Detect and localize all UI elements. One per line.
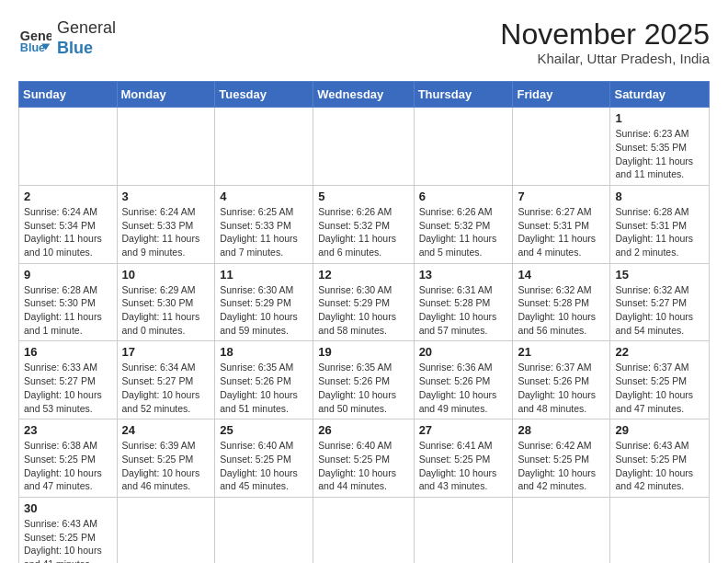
day-info: Sunrise: 6:31 AM Sunset: 5:28 PM Dayligh…	[419, 283, 508, 338]
calendar-cell: 29Sunrise: 6:43 AM Sunset: 5:25 PM Dayli…	[610, 419, 710, 498]
day-number: 17	[122, 345, 210, 359]
calendar-cell: 1Sunrise: 6:23 AM Sunset: 5:35 PM Daylig…	[610, 108, 710, 186]
day-info: Sunrise: 6:33 AM Sunset: 5:27 PM Dayligh…	[24, 361, 112, 415]
svg-text:General: General	[20, 28, 51, 42]
calendar-cell: 8Sunrise: 6:28 AM Sunset: 5:31 PM Daylig…	[610, 185, 710, 263]
calendar-cell: 16Sunrise: 6:33 AM Sunset: 5:27 PM Dayli…	[19, 341, 118, 419]
day-info: Sunrise: 6:24 AM Sunset: 5:33 PM Dayligh…	[122, 205, 210, 259]
day-info: Sunrise: 6:37 AM Sunset: 5:26 PM Dayligh…	[518, 361, 605, 415]
calendar-cell	[414, 108, 513, 186]
day-number: 4	[220, 190, 308, 203]
day-info: Sunrise: 6:27 AM Sunset: 5:31 PM Dayligh…	[518, 205, 605, 259]
day-info: Sunrise: 6:40 AM Sunset: 5:25 PM Dayligh…	[318, 439, 408, 493]
calendar-cell: 10Sunrise: 6:29 AM Sunset: 5:30 PM Dayli…	[117, 263, 215, 341]
week-row-3: 9Sunrise: 6:28 AM Sunset: 5:30 PM Daylig…	[19, 263, 710, 341]
calendar-cell: 19Sunrise: 6:35 AM Sunset: 5:26 PM Dayli…	[313, 341, 414, 419]
day-number: 28	[518, 423, 605, 437]
title-area: November 2025 Khailar, Uttar Pradesh, In…	[500, 18, 710, 66]
week-row-5: 23Sunrise: 6:38 AM Sunset: 5:25 PM Dayli…	[19, 419, 710, 498]
calendar-cell: 23Sunrise: 6:38 AM Sunset: 5:25 PM Dayli…	[19, 419, 118, 498]
calendar-cell: 30Sunrise: 6:43 AM Sunset: 5:25 PM Dayli…	[19, 497, 118, 563]
calendar-cell: 11Sunrise: 6:30 AM Sunset: 5:29 PM Dayli…	[215, 263, 313, 341]
calendar-cell: 17Sunrise: 6:34 AM Sunset: 5:27 PM Dayli…	[117, 341, 215, 419]
calendar-cell: 9Sunrise: 6:28 AM Sunset: 5:30 PM Daylig…	[19, 263, 118, 341]
weekday-header-row: SundayMondayTuesdayWednesdayThursdayFrid…	[19, 82, 710, 108]
calendar-cell	[414, 497, 513, 563]
day-info: Sunrise: 6:41 AM Sunset: 5:25 PM Dayligh…	[419, 439, 508, 493]
calendar-cell: 26Sunrise: 6:40 AM Sunset: 5:25 PM Dayli…	[313, 419, 414, 498]
header-wednesday: Wednesday	[313, 82, 414, 108]
day-info: Sunrise: 6:26 AM Sunset: 5:32 PM Dayligh…	[318, 205, 408, 259]
day-number: 7	[518, 190, 605, 203]
day-number: 2	[24, 190, 112, 203]
day-number: 26	[318, 423, 408, 437]
calendar-cell	[313, 108, 414, 186]
calendar-cell: 6Sunrise: 6:26 AM Sunset: 5:32 PM Daylig…	[414, 185, 513, 263]
day-info: Sunrise: 6:37 AM Sunset: 5:25 PM Dayligh…	[615, 361, 704, 415]
header-saturday: Saturday	[610, 82, 710, 108]
day-info: Sunrise: 6:28 AM Sunset: 5:30 PM Dayligh…	[24, 283, 112, 338]
logo-general: General	[57, 18, 116, 39]
day-number: 23	[24, 423, 112, 437]
day-number: 22	[615, 345, 704, 359]
day-info: Sunrise: 6:43 AM Sunset: 5:25 PM Dayligh…	[615, 439, 704, 493]
day-number: 16	[24, 345, 112, 359]
calendar-cell	[313, 497, 414, 563]
day-number: 21	[518, 345, 605, 359]
day-number: 14	[518, 268, 605, 282]
calendar-cell	[513, 108, 610, 186]
calendar-cell: 25Sunrise: 6:40 AM Sunset: 5:25 PM Dayli…	[215, 419, 313, 498]
day-info: Sunrise: 6:30 AM Sunset: 5:29 PM Dayligh…	[220, 283, 308, 338]
day-number: 29	[615, 423, 704, 437]
calendar-subtitle: Khailar, Uttar Pradesh, India	[500, 51, 710, 66]
day-number: 8	[615, 190, 704, 203]
calendar-cell: 5Sunrise: 6:26 AM Sunset: 5:32 PM Daylig…	[313, 185, 414, 263]
calendar-cell: 18Sunrise: 6:35 AM Sunset: 5:26 PM Dayli…	[215, 341, 313, 419]
day-info: Sunrise: 6:35 AM Sunset: 5:26 PM Dayligh…	[220, 361, 308, 415]
day-info: Sunrise: 6:28 AM Sunset: 5:31 PM Dayligh…	[615, 205, 704, 259]
calendar-cell: 27Sunrise: 6:41 AM Sunset: 5:25 PM Dayli…	[414, 419, 513, 498]
header: General Blue General Blue November 2025 …	[18, 18, 710, 66]
day-info: Sunrise: 6:39 AM Sunset: 5:25 PM Dayligh…	[122, 439, 210, 493]
calendar-table: SundayMondayTuesdayWednesdayThursdayFrid…	[18, 81, 710, 563]
day-info: Sunrise: 6:25 AM Sunset: 5:33 PM Dayligh…	[220, 205, 308, 259]
day-number: 3	[122, 190, 210, 203]
day-info: Sunrise: 6:32 AM Sunset: 5:28 PM Dayligh…	[518, 283, 605, 338]
day-info: Sunrise: 6:23 AM Sunset: 5:35 PM Dayligh…	[615, 127, 704, 181]
week-row-1: 1Sunrise: 6:23 AM Sunset: 5:35 PM Daylig…	[19, 108, 710, 186]
calendar-cell: 12Sunrise: 6:30 AM Sunset: 5:29 PM Dayli…	[313, 263, 414, 341]
header-monday: Monday	[117, 82, 215, 108]
calendar-cell	[215, 108, 313, 186]
day-info: Sunrise: 6:43 AM Sunset: 5:25 PM Dayligh…	[24, 517, 112, 563]
header-friday: Friday	[513, 82, 610, 108]
header-thursday: Thursday	[414, 82, 513, 108]
day-number: 25	[220, 423, 308, 437]
calendar-cell: 14Sunrise: 6:32 AM Sunset: 5:28 PM Dayli…	[513, 263, 610, 341]
calendar-cell: 2Sunrise: 6:24 AM Sunset: 5:34 PM Daylig…	[19, 185, 118, 263]
day-number: 5	[318, 190, 408, 203]
calendar-cell	[610, 497, 710, 563]
day-info: Sunrise: 6:24 AM Sunset: 5:34 PM Dayligh…	[24, 205, 112, 259]
day-info: Sunrise: 6:30 AM Sunset: 5:29 PM Dayligh…	[318, 283, 408, 338]
calendar-cell	[117, 108, 215, 186]
day-number: 1	[615, 111, 704, 125]
day-info: Sunrise: 6:35 AM Sunset: 5:26 PM Dayligh…	[318, 361, 408, 415]
calendar-cell: 20Sunrise: 6:36 AM Sunset: 5:26 PM Dayli…	[414, 341, 513, 419]
logo: General Blue General Blue	[18, 18, 116, 58]
day-number: 30	[24, 501, 112, 515]
calendar-cell: 22Sunrise: 6:37 AM Sunset: 5:25 PM Dayli…	[610, 341, 710, 419]
day-number: 19	[318, 345, 408, 359]
day-number: 12	[318, 268, 408, 282]
logo-icon: General Blue	[18, 22, 51, 55]
day-number: 27	[419, 423, 508, 437]
week-row-6: 30Sunrise: 6:43 AM Sunset: 5:25 PM Dayli…	[19, 497, 710, 563]
day-info: Sunrise: 6:38 AM Sunset: 5:25 PM Dayligh…	[24, 439, 112, 493]
calendar-cell: 13Sunrise: 6:31 AM Sunset: 5:28 PM Dayli…	[414, 263, 513, 341]
calendar-cell: 24Sunrise: 6:39 AM Sunset: 5:25 PM Dayli…	[117, 419, 215, 498]
calendar-cell: 7Sunrise: 6:27 AM Sunset: 5:31 PM Daylig…	[513, 185, 610, 263]
svg-text:Blue: Blue	[20, 41, 45, 54]
day-info: Sunrise: 6:36 AM Sunset: 5:26 PM Dayligh…	[419, 361, 508, 415]
day-number: 10	[122, 268, 210, 282]
day-number: 24	[122, 423, 210, 437]
calendar-cell	[215, 497, 313, 563]
